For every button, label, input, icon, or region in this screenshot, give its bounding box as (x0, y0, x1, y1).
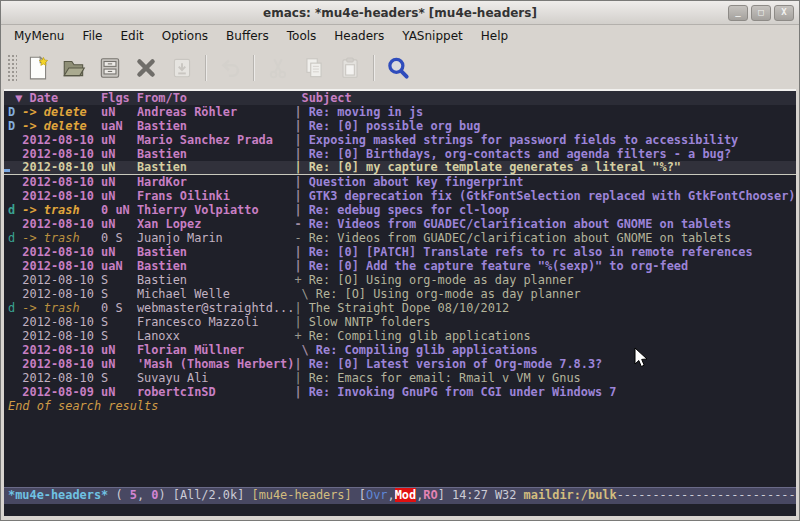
message-row[interactable]: 2012-08-10 uN 'Mash (Thomas Herbert)| Re… (4, 357, 796, 371)
message-from: robertcInSD (137, 385, 295, 399)
toolbar (1, 46, 799, 89)
minimize-button[interactable]: _ (728, 5, 748, 21)
message-from: Mario Sanchez Prada (137, 133, 295, 147)
message-date: -> delete (22, 105, 101, 119)
message-from: Bastien (137, 259, 295, 273)
message-row[interactable]: d -> trash 0 S webmaster@straightd...| T… (4, 301, 796, 315)
message-row[interactable]: 2012-08-10 S Bastien + Re: [O] Using org… (4, 273, 796, 287)
message-mark (8, 217, 22, 231)
header-line[interactable]: ▼ Date Flgs From/To Subject (4, 91, 796, 105)
mode-line-segment: [mu4e-headers] (251, 488, 351, 502)
message-flags: 0 uN (101, 203, 137, 217)
message-subject: Question about key fingerprint (309, 175, 524, 189)
close-buffer-button[interactable] (128, 50, 164, 86)
copy-button (296, 50, 332, 86)
message-mark (8, 245, 22, 259)
mode-line-segment: Mod (395, 488, 416, 502)
message-row[interactable]: 2012-08-10 uN Bastien | Re: [0] my captu… (4, 161, 796, 175)
save-as-icon (169, 55, 195, 81)
message-flags: uN (101, 175, 137, 189)
message-row[interactable]: d -> trash 0 uN Thierry Volpiatto | Re: … (4, 203, 796, 217)
close-button[interactable]: X (774, 5, 794, 21)
message-mark (8, 259, 22, 273)
message-row[interactable]: 2012-08-10 uN Bastien | Re: [0] Birthday… (4, 147, 796, 161)
mode-line-segment: Ovr (366, 488, 387, 502)
menu-item-file[interactable]: File (73, 27, 111, 45)
message-subject: The Straight Dope 08/10/2012 (309, 301, 509, 315)
message-flags: S (101, 315, 137, 329)
menu-item-mymenu[interactable]: MyMenu (5, 27, 73, 45)
search-button[interactable] (380, 50, 416, 86)
message-row[interactable]: D -> delete uN Andreas Röhler | Re: movi… (4, 105, 796, 119)
message-date: 2012-08-10 (22, 217, 101, 231)
message-row[interactable]: 2012-08-10 S Francesco Mazzoli | Slow NN… (4, 315, 796, 329)
menu-item-yasnippet[interactable]: YASnippet (393, 27, 472, 45)
message-row[interactable]: D -> delete uaN Bastien | Re: [0] possib… (4, 119, 796, 133)
message-thread: - (294, 217, 308, 231)
search-icon (385, 55, 411, 81)
message-from: Thierry Volpiatto (137, 203, 295, 217)
new-file-button[interactable] (20, 50, 56, 86)
message-date: 2012-08-10 (22, 287, 101, 301)
message-flags: uN (101, 217, 137, 231)
paste-icon (337, 55, 363, 81)
message-date: 2012-08-10 (22, 357, 101, 371)
message-row[interactable]: 2012-08-10 S Michael Welle \ Re: [O] Usi… (4, 287, 796, 301)
maximize-button[interactable]: □ (751, 5, 771, 21)
window-titlebar[interactable]: emacs: *mu4e-headers* [mu4e-headers] _ □… (1, 1, 799, 25)
menu-item-options[interactable]: Options (153, 27, 217, 45)
message-subject: Re: Compiling glib applications (309, 329, 531, 343)
message-flags: uN (101, 160, 137, 174)
menu-item-buffers[interactable]: Buffers (217, 27, 278, 45)
menu-item-help[interactable]: Help (472, 27, 517, 45)
message-row[interactable]: 2012-08-10 uN Florian Müllner \ Re: Comp… (4, 343, 796, 357)
message-row[interactable]: d -> trash 0 S Juanjo Marin - Re: Videos… (4, 231, 796, 245)
message-subject: Re: Compiling glib applications (316, 343, 538, 357)
message-row[interactable]: 2012-08-09 uN robertcInSD | Re: Invoking… (4, 385, 796, 399)
message-thread: | (294, 175, 308, 189)
message-flags: uN (101, 357, 137, 371)
message-from: Frans Oilinki (137, 189, 295, 203)
save-button[interactable] (92, 50, 128, 86)
message-from: Bastien (137, 245, 295, 259)
message-mark: d (8, 231, 22, 245)
mode-line[interactable]: *mu4e-headers* ( 5, 0) [All/2.0k] [mu4e-… (4, 487, 796, 504)
menu-item-tools[interactable]: Tools (278, 27, 326, 45)
echo-area[interactable] (4, 504, 796, 516)
message-row[interactable]: 2012-08-10 uaN Bastien | Re: [0] Add the… (4, 259, 796, 273)
message-mark (8, 287, 22, 301)
message-from: Andreas Röhler (137, 105, 295, 119)
message-date: 2012-08-09 (22, 385, 101, 399)
message-row[interactable]: 2012-08-10 uN Frans Oilinki | GTK3 depre… (4, 189, 796, 203)
message-mark (8, 175, 22, 189)
message-subject: Re: Invoking GnuPG from CGI under Window… (309, 385, 617, 399)
message-from: Florian Müllner (137, 343, 295, 357)
message-row[interactable]: 2012-08-10 S Lanoxx + Re: Compiling glib… (4, 329, 796, 343)
message-row[interactable]: 2012-08-10 uN Bastien | Re: [0] [PATCH] … (4, 245, 796, 259)
message-row[interactable]: 2012-08-10 S Suvayu Ali | Re: Emacs for … (4, 371, 796, 385)
message-thread: | (294, 371, 308, 385)
message-thread: | (294, 147, 308, 161)
message-thread: | (294, 133, 308, 147)
message-row[interactable]: 2012-08-10 uN HardKor | Question about k… (4, 175, 796, 189)
message-date: 2012-08-10 (22, 160, 101, 174)
message-date: -> trash (22, 203, 101, 217)
toolbar-separator (205, 55, 207, 81)
message-from: HardKor (137, 175, 295, 189)
message-flags: S (101, 329, 137, 343)
message-flags: uaN (101, 119, 137, 133)
save-icon (97, 55, 123, 81)
undo-icon (217, 55, 243, 81)
open-folder-button[interactable] (56, 50, 92, 86)
menu-item-headers[interactable]: Headers (325, 27, 393, 45)
menu-item-edit[interactable]: Edit (112, 27, 153, 45)
message-row[interactable]: 2012-08-10 uN Mario Sanchez Prada | Expo… (4, 133, 796, 147)
message-row[interactable]: 2012-08-10 uN Xan Lopez - Re: Videos fro… (4, 217, 796, 231)
mode-line-segment: , (388, 488, 395, 502)
editor-area: ▼ Date Flgs From/To Subject D -> delete … (4, 89, 796, 516)
toolbar-grip[interactable] (6, 53, 17, 83)
message-subject: Re: [O] Using org-mode as day planner (316, 287, 581, 301)
message-from: Michael Welle (137, 287, 295, 301)
message-subject: Re: [O] Using org-mode as day planner (309, 273, 574, 287)
message-from: Juanjo Marin (137, 231, 295, 245)
